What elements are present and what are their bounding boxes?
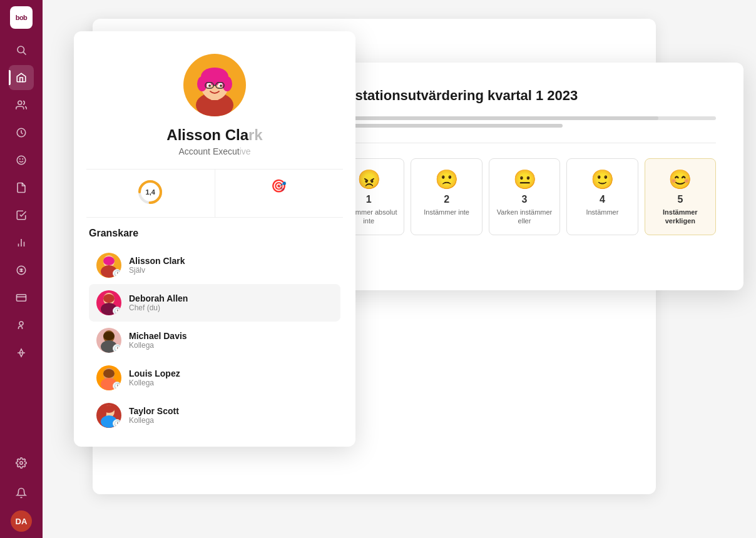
sidebar-item-kudos[interactable]: [9, 148, 34, 173]
reviewer-avatar-taylor: 🕐: [96, 403, 121, 428]
reviewer-info-taylor: Taylor Scott Kollega: [129, 406, 333, 425]
reviewers-section: Granskare 🕐 Alisson Clark Själv 🕐: [74, 228, 355, 434]
progress-bar-2: [333, 124, 563, 128]
reviewer-role-alisson: Själv: [129, 266, 333, 275]
sidebar-item-payroll[interactable]: [9, 285, 34, 310]
rating-option-2[interactable]: 🙁 2 Instämmer inte: [411, 158, 482, 235]
reviewer-name-taylor: Taylor Scott: [129, 406, 333, 416]
sidebar-item-people[interactable]: [9, 93, 34, 118]
sidebar-bottom: DA: [9, 450, 34, 532]
app-logo[interactable]: bob: [10, 6, 33, 29]
profile-stats: 1,4 🎯: [86, 169, 343, 218]
reviewers-title: Granskare: [89, 228, 340, 239]
sidebar-item-workflows[interactable]: [9, 313, 34, 338]
svg-point-14: [19, 322, 23, 325]
clock-badge-deborah: 🕐: [113, 307, 121, 315]
sidebar-item-compensation[interactable]: [9, 258, 34, 283]
svg-point-2: [18, 101, 22, 104]
rating-number-3: 3: [522, 194, 528, 205]
rating-options: 😠 1 Instämmer absolut inte 🙁 2 Instämmer…: [333, 158, 716, 235]
sidebar-item-tasks[interactable]: [9, 203, 34, 228]
svg-point-35: [103, 294, 115, 303]
progress-bar-1-fill: [333, 116, 658, 120]
rating-number-5: 5: [677, 194, 683, 205]
svg-point-0: [18, 46, 24, 53]
svg-point-24: [208, 84, 211, 87]
rating-label-2: Instämmer inte: [424, 208, 469, 216]
reviewer-item-louis-lopez[interactable]: 🕐 Louis Lopez Kollega: [89, 359, 340, 397]
profile-role: Account Executive: [178, 146, 250, 156]
rating-option-4[interactable]: 🙂 4 Instämmer: [566, 158, 638, 235]
reviewer-info-michael: Michael Davis Kollega: [129, 331, 333, 350]
target-icon: 🎯: [271, 178, 287, 193]
reviewer-avatar-deborah: 🕐: [96, 290, 121, 315]
svg-point-32: [103, 256, 115, 265]
clock-badge-louis: 🕐: [113, 382, 121, 390]
rating-emoji-4: 🙂: [591, 170, 614, 189]
reviewer-avatar-michael: 🕐: [96, 328, 121, 353]
rating-emoji-1: 😠: [357, 170, 381, 189]
rating-emoji-5: 😊: [668, 170, 692, 189]
divider: [333, 143, 716, 143]
reviewer-item-deborah-allen[interactable]: 🕐 Deborah Allen Chef (du): [89, 284, 340, 322]
reviewer-avatar-alisson: 🕐: [96, 253, 121, 278]
rating-label-4: Instämmer: [586, 208, 618, 216]
svg-point-38: [103, 332, 115, 340]
sidebar-item-benefits[interactable]: [9, 340, 34, 365]
rating-option-5[interactable]: 😊 5 Instämmer verkligen: [645, 158, 716, 235]
profile-stat-score[interactable]: 1,4: [86, 170, 215, 217]
rating-label-5: Instämmer verkligen: [650, 208, 710, 226]
reviewer-avatar-louis: 🕐: [96, 365, 121, 390]
profile-avatar: [183, 54, 246, 116]
svg-rect-12: [17, 295, 26, 302]
clock-badge-michael: 🕐: [113, 344, 121, 353]
reviewer-item-alisson-clark[interactable]: 🕐 Alisson Clark Själv: [89, 246, 340, 284]
clock-badge-alisson: 🕐: [113, 269, 121, 278]
reviewer-role-taylor: Kollega: [129, 416, 333, 425]
progress-bar-2-fill: [333, 124, 563, 128]
reviewer-role-michael: Kollega: [129, 341, 333, 350]
sidebar-item-home[interactable]: [9, 65, 34, 90]
reviewer-info-deborah: Deborah Allen Chef (du): [129, 293, 333, 312]
profile-name: Alisson Clark: [166, 126, 262, 144]
reviewer-name-alisson: Alisson Clark: [129, 256, 333, 266]
review-progress-bars: [333, 116, 716, 128]
rating-emoji-3: 😐: [513, 170, 536, 189]
sidebar-item-docs[interactable]: [9, 175, 34, 200]
svg-point-15: [20, 462, 23, 465]
user-avatar[interactable]: DA: [11, 510, 32, 532]
sidebar-item-notifications[interactable]: [9, 480, 34, 505]
reviewer-role-deborah: Chef (du): [129, 303, 333, 312]
score-value: 1,4: [146, 188, 155, 196]
profile-card: Alisson Clark Account Executive 1,4 🎯: [74, 31, 355, 447]
reviewer-item-taylor-scott[interactable]: 🕐 Taylor Scott Kollega: [89, 397, 340, 434]
profile-header: Alisson Clark Account Executive: [74, 31, 355, 169]
progress-bar-1: [333, 116, 716, 120]
reviewer-info-louis: Louis Lopez Kollega: [129, 368, 333, 387]
rating-number-1: 1: [366, 194, 372, 205]
svg-point-41: [103, 369, 115, 378]
rating-option-3[interactable]: 😐 3 Varken instämmer eller: [489, 158, 560, 235]
app-logo-text: bob: [16, 14, 28, 21]
rating-emoji-2: 🙁: [435, 170, 458, 189]
sidebar-item-settings[interactable]: [9, 450, 34, 475]
reviewer-role-louis: Kollega: [129, 378, 333, 387]
sidebar-item-reports[interactable]: [9, 230, 34, 255]
svg-line-1: [23, 52, 26, 54]
reviewer-name-deborah: Deborah Allen: [129, 293, 333, 303]
reviewer-name-michael: Michael Davis: [129, 331, 333, 341]
main-content: Prestationsutvärdering kvartal 1 2023 😠 …: [43, 0, 756, 538]
sidebar-item-time[interactable]: [9, 120, 34, 145]
review-panel: Prestationsutvärdering kvartal 1 2023 😠 …: [305, 63, 743, 290]
reviewer-info-alisson: Alisson Clark Själv: [129, 256, 333, 275]
sidebar: bob DA: [0, 0, 43, 538]
user-initials: DA: [16, 517, 28, 526]
rating-number-2: 2: [444, 194, 449, 205]
rating-label-3: Varken instämmer eller: [494, 208, 554, 226]
profile-stat-target[interactable]: 🎯: [215, 170, 344, 217]
review-title: Prestationsutvärdering kvartal 1 2023: [333, 88, 716, 104]
clock-badge-taylor: 🕐: [113, 419, 121, 428]
svg-point-25: [220, 84, 222, 87]
sidebar-item-search[interactable]: [9, 38, 34, 63]
reviewer-item-michael-davis[interactable]: 🕐 Michael Davis Kollega: [89, 322, 340, 359]
